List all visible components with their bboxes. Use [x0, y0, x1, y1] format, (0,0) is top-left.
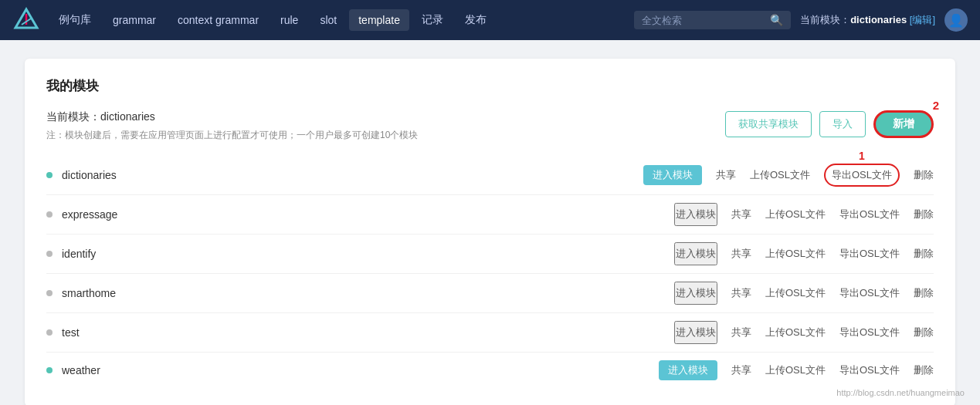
module-row-actions: 进入模块共享上传OSL文件导出OSL文件删除: [674, 321, 934, 344]
nav-avatar[interactable]: 👤: [944, 8, 968, 32]
module-row-actions: 进入模块共享上传OSL文件导出OSL文件删除: [674, 203, 934, 226]
upload-osl-link[interactable]: 上传OSL文件: [765, 360, 826, 380]
new-badge: 2: [933, 99, 939, 112]
delete-link[interactable]: 删除: [914, 283, 934, 303]
module-row-actions: 进入模块共享上传OSL文件导出OSL文件删除: [659, 360, 934, 380]
module-row: smarthome进入模块共享上传OSL文件导出OSL文件删除: [46, 274, 934, 313]
share-link[interactable]: 共享: [731, 244, 751, 264]
page-card: 我的模块 当前模块：dictionaries 注：模块创建后，需要在应用管理页面…: [25, 59, 955, 405]
search-input[interactable]: [642, 15, 765, 26]
nav-item-template[interactable]: template: [349, 9, 409, 31]
module-info: 当前模块：dictionaries 注：模块创建后，需要在应用管理页面上进行配置…: [46, 110, 418, 142]
module-row: weather进入模块共享上传OSL文件导出OSL文件删除: [46, 353, 934, 388]
page-title: 我的模块: [46, 77, 934, 95]
export-osl-link[interactable]: 导出OSL文件: [839, 360, 900, 380]
module-row: identify进入模块共享上传OSL文件导出OSL文件删除: [46, 235, 934, 274]
module-name: weather: [62, 364, 216, 376]
nav-item-context-grammar[interactable]: context grammar: [168, 9, 268, 31]
enter-module-button[interactable]: 进入模块: [674, 282, 717, 305]
enter-module-button[interactable]: 进入模块: [674, 203, 717, 226]
module-row: test进入模块共享上传OSL文件导出OSL文件删除: [46, 313, 934, 353]
new-button[interactable]: 新增 2: [873, 110, 934, 138]
nav-item-记录[interactable]: 记录: [412, 8, 453, 32]
delete-link[interactable]: 删除: [914, 360, 934, 380]
module-dot: [46, 211, 53, 218]
share-link[interactable]: 共享: [731, 322, 751, 343]
nav-search-box[interactable]: 🔍: [634, 11, 791, 29]
nav-items: 例句库grammarcontext grammarruleslottemplat…: [49, 8, 625, 32]
upload-osl-link[interactable]: 上传OSL文件: [765, 204, 826, 224]
export-osl-link[interactable]: 导出OSL文件: [839, 244, 900, 264]
enter-module-button[interactable]: 进入模块: [643, 165, 702, 185]
module-row-actions: 进入模块共享上传OSL文件导出OSL文件删除: [674, 282, 934, 305]
module-dot: [46, 290, 53, 296]
module-dot: [46, 172, 53, 178]
module-action-buttons: 获取共享模块 导入 新增 2: [725, 110, 934, 138]
export-osl-link[interactable]: 导出OSL文件: [839, 204, 900, 224]
upload-osl-link[interactable]: 上传OSL文件: [765, 283, 826, 303]
delete-link[interactable]: 删除: [914, 204, 934, 224]
enter-module-button[interactable]: 进入模块: [659, 360, 717, 380]
export-osl-link[interactable]: 导出OSL文件: [839, 322, 900, 343]
nav-item-rule[interactable]: rule: [271, 9, 307, 31]
module-dot: [46, 329, 53, 336]
nav-item-slot[interactable]: slot: [310, 9, 346, 31]
nav-item-grammar[interactable]: grammar: [103, 9, 165, 31]
watermark: http://blog.csdn.net/huangmeimao: [836, 388, 965, 397]
module-name: identify: [62, 248, 216, 260]
module-name: smarthome: [62, 287, 216, 299]
nav-module-label: 当前模块：dictionaries [编辑]: [800, 13, 935, 27]
navbar: 例句库grammarcontext grammarruleslottemplat…: [0, 0, 980, 40]
upload-osl-link[interactable]: 上传OSL文件: [765, 322, 826, 343]
nav-item-发布[interactable]: 发布: [456, 8, 496, 32]
module-name: expressage: [62, 208, 216, 221]
export-badge: 1: [859, 150, 865, 162]
module-dot: [46, 367, 53, 373]
module-list: dictionaries进入模块共享上传OSL文件1导出OSL文件删除expre…: [46, 156, 934, 388]
delete-link[interactable]: 删除: [914, 244, 934, 264]
current-module-label: 当前模块：dictionaries: [46, 110, 418, 124]
enter-module-button[interactable]: 进入模块: [674, 321, 717, 344]
import-button[interactable]: 导入: [819, 111, 866, 137]
share-link[interactable]: 共享: [716, 165, 736, 185]
module-row-actions: 进入模块共享上传OSL文件导出OSL文件删除: [674, 242, 934, 265]
enter-module-button[interactable]: 进入模块: [674, 242, 717, 265]
delete-link[interactable]: 删除: [914, 165, 934, 185]
share-link[interactable]: 共享: [731, 283, 751, 303]
nav-logo: [12, 6, 40, 34]
module-note: 注：模块创建后，需要在应用管理页面上进行配置才可使用；一个用户最多可创建10个模…: [46, 129, 418, 142]
module-name: test: [62, 326, 216, 339]
module-row-actions: 进入模块共享上传OSL文件1导出OSL文件删除: [643, 164, 934, 187]
get-shared-button[interactable]: 获取共享模块: [725, 111, 812, 137]
search-icon: 🔍: [770, 14, 783, 26]
upload-osl-link[interactable]: 上传OSL文件: [750, 165, 810, 185]
nav-edit-link[interactable]: [编辑]: [910, 14, 935, 25]
upload-osl-link[interactable]: 上传OSL文件: [765, 244, 826, 264]
module-name: dictionaries: [62, 169, 216, 181]
module-row: dictionaries进入模块共享上传OSL文件1导出OSL文件删除: [46, 156, 934, 195]
export-osl-link[interactable]: 导出OSL文件: [839, 283, 900, 303]
share-link[interactable]: 共享: [731, 360, 751, 380]
module-dot: [46, 251, 53, 257]
delete-link[interactable]: 删除: [914, 322, 934, 343]
share-link[interactable]: 共享: [731, 204, 751, 224]
main-content: 我的模块 当前模块：dictionaries 注：模块创建后，需要在应用管理页面…: [0, 40, 980, 405]
export-osl-link[interactable]: 1导出OSL文件: [824, 164, 900, 187]
module-header: 当前模块：dictionaries 注：模块创建后，需要在应用管理页面上进行配置…: [46, 110, 934, 142]
nav-right: 当前模块：dictionaries [编辑] 👤: [800, 8, 968, 32]
module-row: expressage进入模块共享上传OSL文件导出OSL文件删除: [46, 195, 934, 235]
nav-item-例句库[interactable]: 例句库: [49, 8, 100, 32]
